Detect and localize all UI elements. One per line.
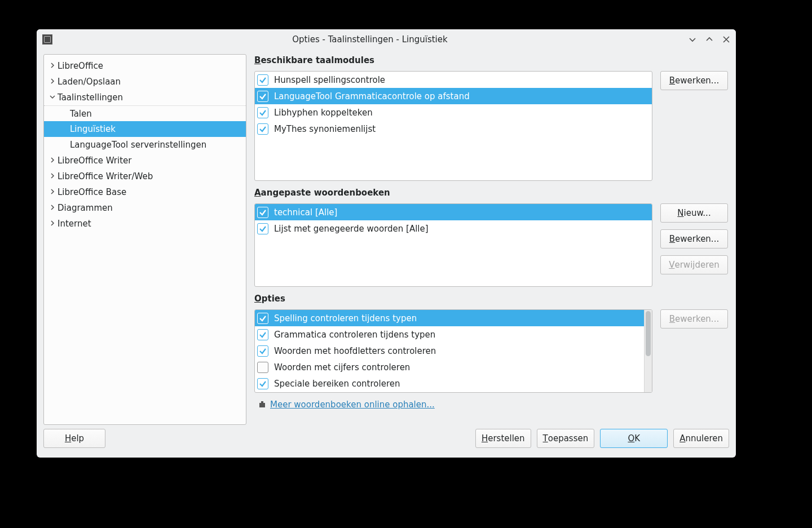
dicts-button-col: Nieuw... Bewerken... Verwijderen [660, 203, 728, 274]
tree-item-label: Internet [58, 219, 91, 229]
options-dialog: Opties - Taalinstellingen - Linguïstiek … [37, 29, 736, 458]
tree-item[interactable]: LibreOffice Writer [44, 153, 246, 168]
list-item[interactable]: technical [Alle] [255, 204, 652, 220]
tree-item[interactable]: Taalinstellingen [44, 90, 246, 105]
checkbox[interactable] [257, 378, 268, 389]
dicts-listbox[interactable]: technical [Alle]Lijst met genegeerde woo… [254, 203, 652, 287]
tree-item[interactable]: LanguageTool serverinstellingen [44, 137, 246, 153]
chevron-down-icon [50, 94, 58, 101]
list-item[interactable]: MyThes synoniemenlijst [255, 121, 652, 137]
list-item-label: technical [Alle] [274, 207, 337, 218]
tree-item-label: LibreOffice Writer/Web [58, 171, 153, 181]
chevron-right-icon [50, 62, 58, 70]
tree-item-label: Taalinstellingen [58, 92, 123, 103]
tree-item[interactable]: Linguïstiek [44, 121, 246, 137]
chevron-right-icon [50, 220, 58, 228]
options-button-col: Bewerken... [660, 309, 728, 329]
checkbox[interactable] [257, 123, 268, 135]
tree-item-label: LibreOffice Base [58, 187, 126, 197]
category-tree[interactable]: LibreOfficeLaden/OpslaanTaalinstellingen… [43, 54, 246, 425]
section-modules-title: Beschikbare taalmodules [254, 55, 728, 65]
tree-item[interactable]: Diagrammen [44, 200, 246, 216]
scrollbar-thumb[interactable] [646, 311, 651, 356]
settings-panel: Beschikbare taalmodules Hunspell spellin… [254, 54, 729, 425]
dicts-new-button[interactable]: Nieuw... [660, 203, 728, 223]
options-edit-button: Bewerken... [660, 309, 728, 329]
list-item-label: Spelling controleren tijdens typen [274, 313, 417, 323]
dicts-edit-button[interactable]: Bewerken... [660, 229, 728, 249]
list-item-label: Woorden met hoofdletters controleren [274, 346, 436, 356]
tree-item-label: LibreOffice Writer [58, 156, 131, 166]
apply-button[interactable]: Toepassen [537, 429, 595, 448]
tree-item-label: Talen [70, 109, 92, 119]
cancel-button[interactable]: Annuleren [673, 429, 729, 448]
list-item[interactable]: Speciale bereiken controleren [255, 375, 644, 392]
minimize-button[interactable] [687, 34, 698, 45]
list-item[interactable]: Lijst met genegeerde woorden [Alle] [255, 220, 652, 237]
checkbox[interactable] [257, 207, 268, 218]
section-modules: Hunspell spellingscontroleLanguageTool G… [254, 71, 728, 181]
dicts-delete-button: Verwijderen [660, 255, 728, 274]
maximize-button[interactable] [704, 34, 714, 45]
chevron-right-icon [50, 188, 58, 196]
help-button[interactable]: Help [43, 429, 105, 448]
checkbox[interactable] [257, 91, 268, 102]
reset-button[interactable]: Herstellen [475, 429, 531, 448]
list-item[interactable]: Woorden met cijfers controleren [255, 359, 644, 375]
chevron-right-icon [50, 78, 58, 86]
titlebar: Opties - Taalinstellingen - Linguïstiek [37, 29, 736, 50]
dialog-footer: Help Herstellen Toepassen OK Annuleren [37, 425, 736, 458]
checkbox[interactable] [257, 329, 268, 340]
ok-button[interactable]: OK [600, 429, 668, 448]
tree-item-label: Laden/Opslaan [58, 77, 121, 87]
modules-edit-button[interactable]: Bewerken... [660, 71, 728, 90]
app-icon [42, 34, 52, 45]
checkbox[interactable] [257, 362, 268, 373]
tree-item[interactable]: Laden/Opslaan [44, 74, 246, 90]
dialog-body: LibreOfficeLaden/OpslaanTaalinstellingen… [37, 50, 736, 425]
window-controls [687, 34, 731, 45]
options-listbox[interactable]: Spelling controleren tijdens typenGramma… [254, 309, 652, 393]
checkbox[interactable] [257, 107, 268, 118]
tree-item-label: Diagrammen [58, 203, 113, 213]
tree-item[interactable]: LibreOffice Base [44, 184, 246, 200]
options-scrollbar[interactable] [644, 310, 652, 392]
list-item-label: Speciale bereiken controleren [274, 379, 400, 389]
more-dicts-row: Meer woordenboeken online ophalen... [254, 400, 728, 410]
list-item[interactable]: Grammatica controleren tijdens typen [255, 326, 644, 343]
list-item-label: Lijst met genegeerde woorden [Alle] [274, 224, 429, 234]
extension-icon [258, 400, 267, 409]
window-title: Opties - Taalinstellingen - Linguïstiek [52, 34, 687, 45]
list-item[interactable]: Woorden met hoofdletters controleren [255, 343, 644, 359]
close-button[interactable] [721, 34, 731, 45]
tree-item[interactable]: LibreOffice Writer/Web [44, 168, 246, 184]
tree-item[interactable]: Internet [44, 216, 246, 232]
checkbox[interactable] [257, 74, 268, 86]
svg-rect-0 [259, 403, 265, 407]
svg-rect-1 [261, 401, 263, 403]
tree-item-label: LibreOffice [58, 61, 103, 71]
modules-listbox[interactable]: Hunspell spellingscontroleLanguageTool G… [254, 71, 652, 181]
tree-item-label: Linguïstiek [70, 124, 116, 134]
modules-button-col: Bewerken... [660, 71, 728, 90]
tree-item[interactable]: LibreOffice [44, 58, 246, 74]
more-dicts-link[interactable]: Meer woordenboeken online ophalen... [270, 400, 435, 410]
section-options: Spelling controleren tijdens typenGramma… [254, 309, 728, 393]
list-item[interactable]: Hunspell spellingscontrole [255, 72, 652, 88]
list-item-label: Grammatica controleren tijdens typen [274, 330, 435, 340]
list-item-label: LanguageTool Grammaticacontrole op afsta… [274, 91, 470, 101]
checkbox[interactable] [257, 223, 268, 234]
section-options-title: Opties [254, 294, 728, 304]
chevron-right-icon [50, 157, 58, 165]
list-item-label: Hunspell spellingscontrole [274, 75, 385, 85]
checkbox[interactable] [257, 313, 268, 324]
checkbox[interactable] [257, 345, 268, 357]
list-item[interactable]: Libhyphen koppelteken [255, 104, 652, 121]
tree-item[interactable]: Talen [44, 105, 246, 121]
tree-item-label: LanguageTool serverinstellingen [70, 140, 206, 150]
list-item-label: MyThes synoniemenlijst [274, 124, 376, 134]
list-item[interactable]: LanguageTool Grammaticacontrole op afsta… [255, 88, 652, 104]
chevron-right-icon [50, 204, 58, 212]
list-item[interactable]: Spelling controleren tijdens typen [255, 310, 644, 326]
list-item-label: Libhyphen koppelteken [274, 108, 373, 118]
